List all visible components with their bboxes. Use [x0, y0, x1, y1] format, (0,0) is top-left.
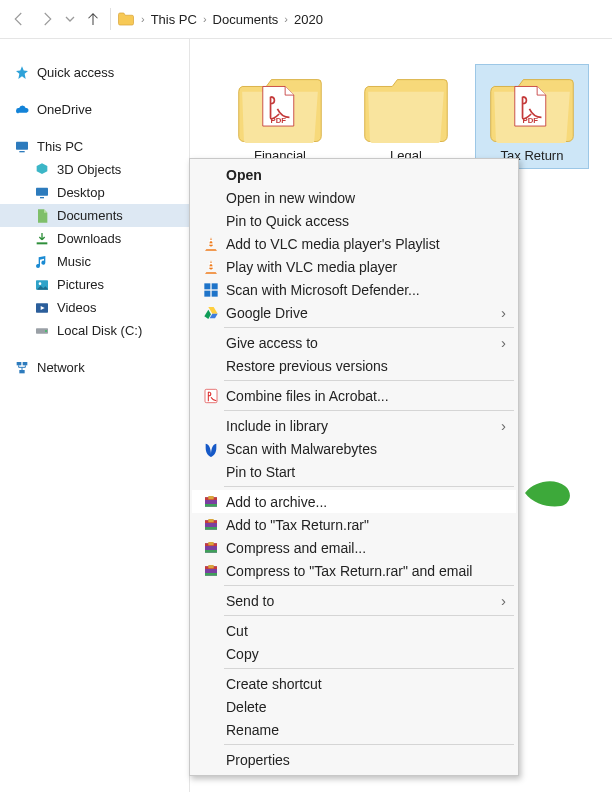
svg-rect-3	[40, 197, 44, 198]
sidebar-item-this-pc[interactable]: This PC	[0, 135, 189, 158]
sidebar-label: Network	[37, 360, 85, 375]
submenu-arrow-icon: ›	[501, 592, 506, 609]
menu-item-compress-rar-email[interactable]: Compress to "Tax Return.rar" and email	[192, 559, 516, 582]
folder-legal[interactable]: Legal	[350, 65, 462, 168]
sidebar-item-local-disk[interactable]: Local Disk (C:)	[0, 319, 189, 342]
sidebar-item-desktop[interactable]: Desktop	[0, 181, 189, 204]
sidebar-item-pictures[interactable]: Pictures	[0, 273, 189, 296]
menu-item-google-drive[interactable]: Google Drive ›	[192, 301, 516, 324]
winrar-icon	[200, 493, 222, 511]
menu-separator	[224, 744, 514, 745]
sidebar-label: This PC	[37, 139, 83, 154]
folder-icon	[117, 10, 135, 28]
svg-text:PDF: PDF	[271, 116, 287, 125]
menu-item-scan-malwarebytes[interactable]: Scan with Malwarebytes	[192, 437, 516, 460]
menu-item-add-rar[interactable]: Add to "Tax Return.rar"	[192, 513, 516, 536]
network-icon	[14, 360, 30, 376]
sidebar-item-videos[interactable]: Videos	[0, 296, 189, 319]
vlc-icon	[200, 258, 222, 276]
sidebar-item-network[interactable]: Network	[0, 356, 189, 379]
svg-rect-15	[209, 240, 213, 241]
menu-item-give-access[interactable]: Give access to›	[192, 331, 516, 354]
menu-item-send-to[interactable]: Send to›	[192, 589, 516, 612]
sidebar-item-quick-access[interactable]: Quick access	[0, 61, 189, 84]
vlc-icon	[200, 235, 222, 253]
winrar-icon	[200, 516, 222, 534]
menu-item-properties[interactable]: Properties	[192, 748, 516, 771]
google-drive-icon	[200, 304, 222, 322]
sidebar-item-3d-objects[interactable]: 3D Objects	[0, 158, 189, 181]
sidebar-item-downloads[interactable]: Downloads	[0, 227, 189, 250]
svg-rect-22	[212, 290, 218, 296]
winrar-icon	[200, 562, 222, 580]
menu-item-pin-quick-access[interactable]: Pin to Quick access	[192, 209, 516, 232]
sidebar-item-documents[interactable]: Documents	[0, 204, 189, 227]
recent-locations-button[interactable]	[62, 6, 78, 32]
menu-item-vlc-add-playlist[interactable]: Add to VLC media player's Playlist	[192, 232, 516, 255]
menu-item-vlc-play[interactable]: Play with VLC media player	[192, 255, 516, 278]
videos-icon	[34, 300, 50, 316]
menu-separator	[224, 486, 514, 487]
cloud-icon	[14, 102, 30, 118]
menu-item-open[interactable]: Open	[192, 163, 516, 186]
svg-rect-2	[36, 187, 48, 195]
svg-rect-11	[23, 362, 28, 365]
svg-rect-35	[208, 542, 213, 545]
sidebar-label: Documents	[57, 208, 123, 223]
pictures-icon	[34, 277, 50, 293]
svg-point-6	[39, 282, 42, 285]
menu-item-include-library[interactable]: Include in library›	[192, 414, 516, 437]
svg-rect-19	[204, 283, 210, 289]
menu-separator	[224, 668, 514, 669]
folder-tax-return[interactable]: PDF Tax Return	[476, 65, 588, 168]
up-button[interactable]	[80, 6, 106, 32]
menu-item-pin-start[interactable]: Pin to Start	[192, 460, 516, 483]
crumb-documents[interactable]: Documents	[213, 12, 279, 27]
svg-text:PDF: PDF	[523, 116, 539, 125]
sidebar-item-onedrive[interactable]: OneDrive	[0, 98, 189, 121]
menu-item-create-shortcut[interactable]: Create shortcut	[192, 672, 516, 695]
forward-button[interactable]	[34, 6, 60, 32]
address-bar: › This PC › Documents › 2020	[0, 0, 612, 38]
annotation-pointer	[525, 478, 571, 508]
downloads-icon	[34, 231, 50, 247]
sidebar-item-music[interactable]: Music	[0, 250, 189, 273]
objects-icon	[34, 162, 50, 178]
folder-icon	[363, 71, 449, 143]
menu-item-restore-versions[interactable]: Restore previous versions	[192, 354, 516, 377]
desktop-icon	[34, 185, 50, 201]
menu-item-copy[interactable]: Copy	[192, 642, 516, 665]
crumb-this-pc[interactable]: This PC	[151, 12, 197, 27]
star-icon	[14, 65, 30, 81]
menu-item-compress-email[interactable]: Compress and email...	[192, 536, 516, 559]
folder-grid: PDF Financial Legal PDF Tax Return	[224, 65, 612, 168]
svg-rect-17	[209, 263, 213, 264]
folder-pdf-icon: PDF	[489, 71, 575, 143]
pc-icon	[14, 139, 30, 155]
sidebar-label: Videos	[57, 300, 97, 315]
crumb-2020[interactable]: 2020	[294, 12, 323, 27]
svg-rect-10	[17, 362, 22, 365]
svg-rect-34	[205, 550, 217, 553]
menu-item-add-archive[interactable]: Add to archive...	[192, 490, 516, 513]
disk-icon	[34, 323, 50, 339]
malwarebytes-icon	[200, 440, 222, 458]
sidebar-label: Downloads	[57, 231, 121, 246]
context-menu: Open Open in new window Pin to Quick acc…	[189, 158, 519, 776]
menu-separator	[224, 380, 514, 381]
svg-rect-21	[204, 290, 210, 296]
back-button[interactable]	[6, 6, 32, 32]
breadcrumb[interactable]: › This PC › Documents › 2020	[115, 10, 323, 28]
menu-separator	[224, 585, 514, 586]
menu-item-combine-acrobat[interactable]: Combine files in Acrobat...	[192, 384, 516, 407]
menu-item-cut[interactable]: Cut	[192, 619, 516, 642]
svg-rect-31	[208, 519, 213, 522]
svg-rect-0	[16, 141, 28, 149]
menu-item-delete[interactable]: Delete	[192, 695, 516, 718]
navigation-pane: Quick access OneDrive This PC 3D Objects…	[0, 39, 190, 792]
folder-financial[interactable]: PDF Financial	[224, 65, 336, 168]
menu-item-rename[interactable]: Rename	[192, 718, 516, 741]
submenu-arrow-icon: ›	[501, 304, 506, 321]
menu-item-open-new-window[interactable]: Open in new window	[192, 186, 516, 209]
menu-item-scan-defender[interactable]: Scan with Microsoft Defender...	[192, 278, 516, 301]
